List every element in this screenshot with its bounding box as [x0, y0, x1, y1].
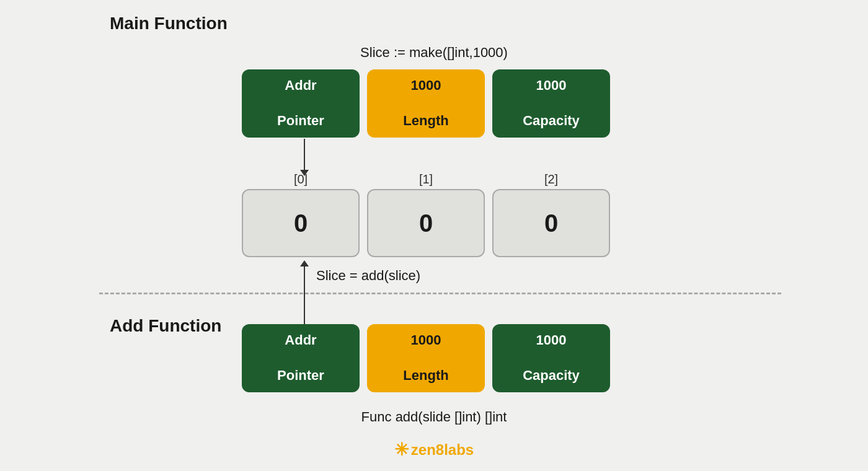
- array-cell-0: 0: [242, 189, 360, 257]
- brand: ✳ zen8labs: [394, 439, 474, 460]
- section-divider: [99, 293, 781, 294]
- main-function-label: Main Function: [110, 14, 228, 33]
- add-call-code: Slice = add(slice): [316, 268, 420, 284]
- top-arrow-down: [300, 139, 309, 176]
- bottom-length-box: 1000 Length: [367, 324, 485, 392]
- index-1: [1]: [367, 172, 485, 187]
- bottom-slice-header: Addr Pointer 1000 Length 1000 Capacity: [242, 324, 610, 392]
- bottom-addr-box: Addr Pointer: [242, 324, 360, 392]
- top-length-box: 1000 Length: [367, 69, 485, 138]
- array-cell-2: 0: [492, 189, 610, 257]
- array-cell-1: 0: [367, 189, 485, 257]
- bottom-arrow-up: [300, 260, 309, 328]
- top-slice-header: Addr Pointer 1000 Length 1000 Capacity: [242, 69, 610, 138]
- bottom-capacity-box: 1000 Capacity: [492, 324, 610, 392]
- top-capacity-box: 1000 Capacity: [492, 69, 610, 138]
- make-code: Slice := make([]int,1000): [360, 45, 508, 61]
- arrow-line-up: [304, 266, 305, 328]
- brand-asterisk-icon: ✳: [394, 439, 409, 460]
- index-0: [0]: [242, 172, 360, 187]
- top-addr-box: Addr Pointer: [242, 69, 360, 138]
- index-labels: [0] [1] [2]: [242, 172, 610, 187]
- add-function-label: Add Function: [110, 316, 221, 336]
- arrow-line: [304, 139, 305, 170]
- brand-name: zen8labs: [411, 441, 474, 459]
- arrow-head-up: [300, 260, 309, 266]
- array-boxes: 0 0 0: [242, 189, 618, 257]
- func-signature: Func add(slide []int) []int: [361, 409, 507, 425]
- index-2: [2]: [492, 172, 610, 187]
